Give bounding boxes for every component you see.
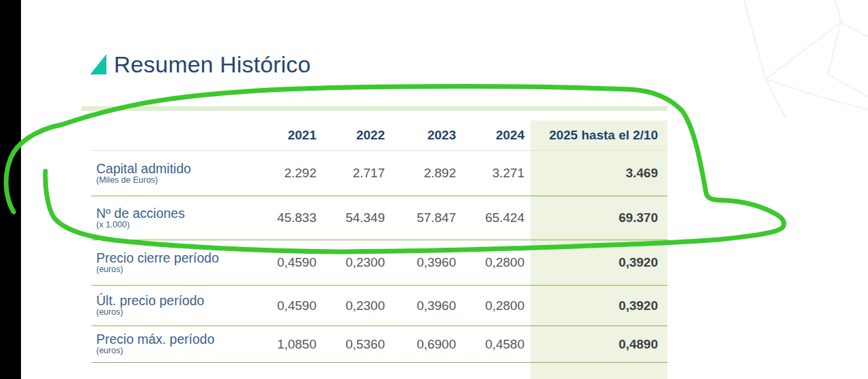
value-2021: 1,0850 [247,326,316,362]
value-2025: 0,3920 [524,240,667,285]
table-row: Precio mín. período 0,4330 0,0900 0,2250… [91,363,667,379]
value-2022: 54.349 [316,196,385,240]
table-row: Últ. precio período (euros) 0,4590 0,230… [91,286,667,326]
report-page: Resumen Histórico 2021 2022 2023 2024 20… [0,0,868,379]
value-2025: 0,4890 [524,326,667,362]
value-2025: 69.370 [524,196,667,240]
page-title-row: Resumen Histórico [90,53,311,76]
value-2021: 2.292 [247,151,316,196]
row-sublabel: (euros) [96,307,247,317]
value-2023: 0,6900 [385,326,456,362]
row-label: Capital admitido [96,162,247,175]
value-2025: 3.469 [524,151,667,196]
row-sublabel: (Miles de Euros) [96,175,247,185]
header-year-2022: 2022 [316,120,385,150]
value-2022: 0,2300 [316,240,385,285]
header-empty-cell [91,120,247,150]
value-2024: 0,2800 [456,240,524,285]
value-2021: 0,4590 [247,240,316,285]
value-2024: 0,2360 [456,363,524,379]
row-label: Precio cierre período [96,251,247,265]
value-2021: 45.833 [247,196,316,240]
header-year-2025: 2025 hasta el 2/10 [524,120,667,150]
row-sublabel: (euros) [96,346,247,355]
value-2023: 57.847 [385,196,456,240]
row-label: Últ. precio período [96,294,247,307]
row-label: Precio máx. período [96,332,247,346]
table-header-row: 2021 2022 2023 2024 2025 hasta el 2/10 [91,120,667,151]
row-label-cell: Precio cierre período (euros) [91,240,247,285]
value-2025: 0,3920 [524,286,667,326]
left-edge-bar [0,0,21,379]
table-top-accent-bar [81,106,667,111]
value-2024: 3.271 [456,151,524,196]
row-label-cell: Capital admitido (Miles de Euros) [91,151,247,196]
row-sublabel: (euros) [96,265,247,274]
row-sublabel: (x 1.000) [96,220,247,229]
table-row: Capital admitido (Miles de Euros) 2.292 … [91,151,667,196]
page-title: Resumen Histórico [114,53,311,76]
row-label-cell: Nº de acciones (x 1.000) [91,196,247,240]
table-row: Precio máx. período (euros) 1,0850 0,536… [91,326,667,363]
value-2024: 0,4580 [456,326,524,362]
row-label-cell: Precio mín. período [91,363,247,379]
value-2021: 0,4330 [247,363,316,379]
value-2024: 0,2800 [456,286,524,326]
value-2023: 0,3960 [385,240,456,285]
value-2025: 0,2620 [524,363,667,379]
header-year-2024: 2024 [456,120,524,150]
value-2023: 0,2250 [385,363,456,379]
value-2022: 2.717 [316,151,385,196]
table-row: Nº de acciones (x 1.000) 45.833 54.349 5… [91,196,667,240]
background-polyhedron-decoration [716,0,868,122]
value-2022: 0,2300 [316,286,385,326]
title-triangle-icon [90,54,106,74]
value-2022: 0,0900 [316,363,385,379]
historical-summary-table: 2021 2022 2023 2024 2025 hasta el 2/10 C… [91,120,667,379]
header-year-2021: 2021 [247,120,316,150]
row-label-cell: Últ. precio período (euros) [91,286,247,326]
table-row: Precio cierre período (euros) 0,4590 0,2… [91,240,667,286]
row-label: Nº de acciones [96,206,247,220]
row-label-cell: Precio máx. período (euros) [91,326,247,362]
header-year-2023: 2023 [385,120,456,150]
value-2022: 0,5360 [316,326,385,362]
value-2023: 0,3960 [385,286,456,326]
value-2023: 2.892 [385,151,456,196]
value-2021: 0,4590 [247,286,316,326]
table-body: Capital admitido (Miles de Euros) 2.292 … [91,151,667,379]
value-2024: 65.424 [456,196,524,240]
